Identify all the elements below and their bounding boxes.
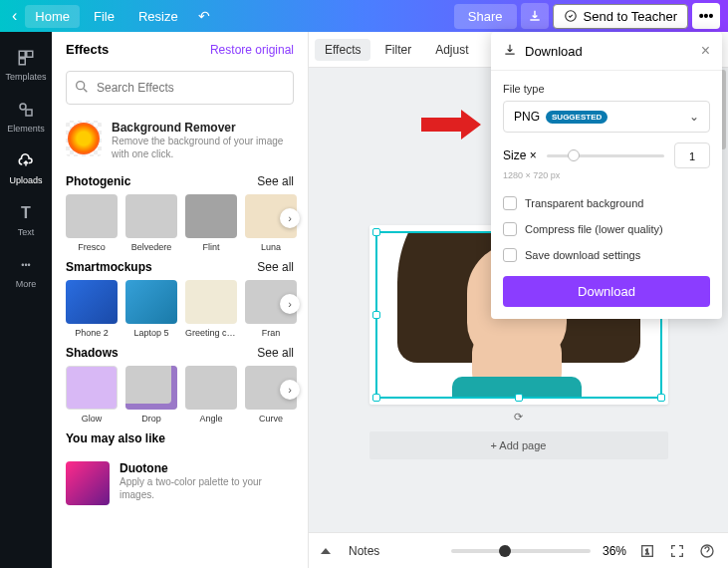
shadow-item[interactable]: Drop: [125, 366, 177, 424]
resize-button[interactable]: Resize: [128, 5, 188, 28]
tab-filter[interactable]: Filter: [374, 39, 421, 61]
photogenic-title: Photogenic: [66, 174, 130, 188]
svg-rect-5: [26, 110, 32, 116]
search-icon: [74, 79, 90, 99]
more-icon: •••: [16, 255, 36, 275]
rail-text[interactable]: TText: [0, 195, 52, 245]
notes-toggle-icon[interactable]: [321, 548, 331, 554]
duotone-title: Duotone: [120, 461, 294, 475]
rail-templates[interactable]: Templates: [0, 40, 52, 90]
back-icon[interactable]: ‹: [8, 7, 21, 25]
download-icon[interactable]: [521, 3, 549, 29]
size-input[interactable]: 1: [674, 142, 710, 168]
annotation-arrow: [421, 110, 481, 140]
mockup-item[interactable]: Phone 2: [66, 280, 118, 338]
file-button[interactable]: File: [84, 5, 124, 28]
compress-checkbox[interactable]: Compress file (lower quality): [503, 216, 710, 242]
background-remover[interactable]: Background Remover Remove the background…: [52, 115, 308, 170]
svg-rect-3: [19, 59, 25, 65]
grid-view-icon[interactable]: 1: [638, 543, 656, 559]
effect-item[interactable]: Fresco: [66, 194, 118, 252]
effect-item[interactable]: Belvedere: [125, 194, 177, 252]
rotate-icon[interactable]: ⟳: [369, 411, 668, 424]
svg-point-6: [77, 82, 85, 90]
chevron-down-icon: ⌄: [689, 110, 699, 124]
help-icon[interactable]: [698, 543, 716, 559]
duotone-item[interactable]: Duotone Apply a two-color palette to you…: [52, 455, 308, 511]
filetype-value: PNG: [514, 110, 540, 124]
share-button[interactable]: Share: [454, 4, 517, 29]
size-slider[interactable]: [547, 154, 664, 157]
filetype-label: File type: [503, 83, 710, 95]
dimensions-text: 1280 × 720 px: [503, 170, 710, 180]
scroll-right-icon[interactable]: ›: [280, 380, 300, 400]
duotone-sub: Apply a two-color palette to your images…: [120, 475, 294, 501]
uploads-icon: [16, 151, 36, 171]
send-to-teacher-button[interactable]: Send to Teacher: [553, 4, 688, 29]
rail-more[interactable]: •••More: [0, 247, 52, 297]
filetype-select[interactable]: PNG SUGGESTED ⌄: [503, 101, 710, 133]
elements-icon: [16, 100, 36, 120]
mockup-item[interactable]: Laptop 5: [125, 280, 177, 338]
rail-uploads[interactable]: Uploads: [0, 143, 52, 193]
zoom-slider[interactable]: [451, 549, 591, 553]
add-page-button[interactable]: + Add page: [369, 431, 668, 459]
scroll-right-icon[interactable]: ›: [280, 294, 300, 314]
tab-effects[interactable]: Effects: [315, 39, 370, 61]
bgremover-sub: Remove the background of your image with…: [112, 135, 294, 160]
bgremover-title: Background Remover: [112, 121, 294, 135]
svg-text:1: 1: [645, 547, 649, 554]
fullscreen-icon[interactable]: [668, 543, 686, 559]
zoom-value: 36%: [603, 544, 626, 558]
transparent-checkbox[interactable]: Transparent background: [503, 190, 710, 216]
bottom-bar: Notes 36% 1: [309, 532, 728, 568]
effects-panel: Effects Restore original Background Remo…: [52, 32, 309, 568]
smartmockups-seeall[interactable]: See all: [257, 260, 294, 274]
shadow-item[interactable]: Glow: [66, 366, 118, 424]
svg-marker-10: [421, 110, 481, 140]
download-icon: [503, 43, 517, 60]
undo-icon[interactable]: ↶: [192, 8, 216, 24]
save-settings-checkbox[interactable]: Save download settings: [503, 242, 710, 268]
download-panel: Download × File type PNG SUGGESTED ⌄ Siz…: [491, 32, 722, 319]
notes-button[interactable]: Notes: [349, 544, 379, 558]
suggested-badge: SUGGESTED: [546, 111, 607, 124]
size-label: Size ×: [503, 148, 537, 162]
download-button[interactable]: Download: [503, 276, 710, 307]
photogenic-seeall[interactable]: See all: [257, 174, 294, 188]
close-icon[interactable]: ×: [701, 42, 710, 60]
svg-point-4: [20, 104, 26, 110]
svg-rect-2: [27, 51, 33, 57]
scroll-right-icon[interactable]: ›: [280, 208, 300, 228]
svg-rect-1: [19, 51, 25, 57]
panel-title: Effects: [66, 42, 109, 57]
search-input[interactable]: [66, 71, 294, 105]
smartmockups-title: Smartmockups: [66, 260, 152, 274]
download-title: Download: [525, 44, 583, 59]
templates-icon: [16, 48, 36, 68]
side-rail: Templates Elements Uploads TText •••More: [0, 32, 52, 568]
shadows-title: Shadows: [66, 346, 119, 360]
canvas-area: Effects Filter Adjust Cr ⟳: [309, 32, 728, 568]
effect-item[interactable]: Flint: [185, 194, 237, 252]
more-button[interactable]: •••: [692, 3, 720, 29]
shadow-item[interactable]: Angle: [185, 366, 237, 424]
duotone-thumb: [66, 461, 110, 505]
rail-elements[interactable]: Elements: [0, 92, 52, 142]
youmay-title: You may also like: [66, 431, 165, 445]
mockup-item[interactable]: Greeting car...: [185, 280, 237, 338]
home-button[interactable]: Home: [25, 5, 80, 28]
restore-original-link[interactable]: Restore original: [210, 43, 294, 57]
send-label: Send to Teacher: [584, 9, 677, 24]
bgremover-thumb: [66, 121, 102, 156]
shadows-seeall[interactable]: See all: [257, 346, 294, 360]
tab-adjust[interactable]: Adjust: [425, 39, 478, 61]
text-icon: T: [16, 203, 36, 223]
